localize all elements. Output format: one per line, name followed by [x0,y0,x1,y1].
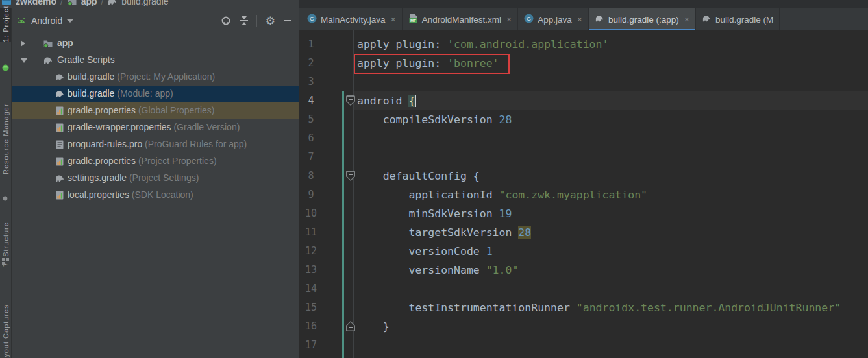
tree-item-label: build.gradle [68,88,114,99]
tree-item-label: gradle.properties [68,156,136,166]
fold-marker-end-icon[interactable] [346,321,355,331]
code-line[interactable]: 16 } [299,317,868,336]
stripe-button-resource-manager[interactable]: Resource Manager [0,76,11,174]
tab-build-gradle-app[interactable]: build.gradle (:app) × [589,8,696,30]
stripe-label-project: 1: Project [2,8,10,42]
expand-arrow-icon[interactable] [21,40,25,47]
gradle-icon [702,14,712,25]
code-line[interactable]: 15 testInstrumentationRunner "androidx.t… [299,298,868,317]
tree-row-gradle-scripts[interactable]: Gradle Scripts [12,52,299,69]
tab-label: build.gradle (M [715,15,773,25]
line-number: 4 [299,91,323,110]
code-line[interactable]: 13 versionName "1.0" [299,261,868,280]
tree-row-proguard-rules[interactable]: proguard-rules.pro (ProGuard Rules for a… [12,136,299,153]
manifest-icon: MF [408,14,418,25]
app-folder-icon [43,38,53,49]
tool-window-stripe: 1: Project Resource Manager 7: Structure… [0,8,12,358]
tree-row-gradle-wrapper[interactable]: gradle-wrapper.properties (Gradle Versio… [12,119,299,136]
code-line[interactable]: 8 defaultConfig { [299,167,868,185]
code-line[interactable]: 6 [299,129,868,148]
project-view-selector[interactable]: Android [16,14,73,28]
structure-icon[interactable] [2,193,8,204]
tab-label: MainActivity.java [321,15,386,25]
layout-captures-icon[interactable] [2,256,9,268]
tree-item-label: build.gradle [68,71,114,82]
tree-item-desc: (Project Settings) [129,173,199,183]
code-line[interactable]: 7 [299,148,868,167]
tree-item-desc: (Module: app) [117,88,173,99]
tree-item-label: settings.gradle [68,173,127,183]
hide-panel-icon[interactable] [284,20,291,21]
error-annotation-box [354,54,510,74]
line-number: 8 [299,167,323,185]
tree-row-settings-gradle[interactable]: settings.gradle (Project Settings) [12,170,299,187]
stripe-label-resource-manager: Resource Manager [2,76,10,174]
tab-androidmanifest[interactable]: MF AndroidManifest.xml × [403,8,519,30]
fold-marker-collapse-icon[interactable] [346,171,355,181]
code-line[interactable]: 5 compileSdkVersion 28 [299,110,868,129]
text-caret [415,95,416,107]
line-number: 17 [299,336,323,355]
properties-file-icon [55,106,65,116]
line-number: 15 [299,298,323,317]
code-area[interactable]: 1apply plugin: 'com.android.application'… [299,30,868,358]
gradle-icon [55,89,65,99]
text-file-icon [55,139,65,150]
gradle-icon [55,173,65,184]
stripe-label-layout-captures: Layout Captures [2,282,10,358]
code-line[interactable]: 12 versionCode 1 [299,242,868,261]
breadcrumb-bar: zwkdemo / app / build.gradle [0,0,868,8]
line-number: 6 [299,129,323,148]
tree-row-app[interactable]: app [12,35,299,52]
gear-icon[interactable]: ⚙ [266,15,275,27]
line-number: 12 [299,242,323,261]
tree-item-desc: (Gradle Version) [173,122,240,132]
line-number: 2 [299,54,323,73]
close-icon[interactable]: × [506,14,512,25]
chevron-down-icon [67,19,73,23]
tree-row-local-properties[interactable]: local.properties (SDK Location) [12,187,299,204]
tree-item-desc: (Project: My Application) [117,71,215,82]
tree-item-label: proguard-rules.pro [68,139,142,149]
line-number: 9 [299,185,323,204]
breadcrumb-item-app[interactable]: app [81,0,97,6]
tree-row-gradle-properties-project[interactable]: gradle.properties (Project Properties) [12,153,299,170]
resource-manager-icon[interactable] [2,62,9,74]
breadcrumb-separator: / [60,0,63,6]
code-line[interactable]: 1apply plugin: 'com.android.application' [299,35,868,54]
tree-row-build-gradle-project[interactable]: build.gradle (Project: My Application) [12,69,299,86]
svg-text:C: C [310,15,314,22]
tree-item-label: app [57,38,73,48]
tab-app-java[interactable]: C App.java × [518,8,589,30]
code-line[interactable]: 4android { [299,91,868,110]
close-icon[interactable]: × [391,14,396,25]
line-number: 14 [299,280,323,298]
breadcrumb-item-project[interactable]: zwkdemo [16,0,56,6]
fold-marker-collapse-icon[interactable] [346,95,355,106]
code-line[interactable]: 10 minSdkVersion 19 [299,204,868,223]
close-icon[interactable]: × [684,14,689,25]
tree-row-gradle-properties-global[interactable]: gradle.properties (Global Properties) [12,102,299,119]
close-icon[interactable]: × [577,14,582,25]
stripe-button-layout-captures[interactable]: Layout Captures [0,282,11,358]
tree-row-build-gradle-module[interactable]: build.gradle (Module: app) [12,86,299,102]
collapse-arrow-icon[interactable] [21,58,27,63]
project-panel-header: Android ⚙ [12,8,299,33]
code-line[interactable]: 14 [299,280,868,298]
stripe-button-project[interactable]: 1: Project [0,8,11,42]
code-line[interactable]: 17 [299,336,868,355]
code-line[interactable]: 9 applicationId "com.zwk.myapplication" [299,185,868,204]
code-line[interactable]: 3 [299,73,868,91]
tab-build-gradle-project[interactable]: build.gradle (M [696,8,780,30]
locate-file-icon[interactable] [220,15,232,27]
collapse-all-icon[interactable] [240,16,248,25]
tree-item-label: gradle-wrapper.properties [68,122,171,132]
code-line[interactable]: 11 targetSdkVersion 28 [299,223,868,242]
tree-item-label: gradle.properties [68,105,136,115]
breadcrumb-separator: / [101,0,104,6]
tab-mainactivity[interactable]: C MainActivity.java × [301,8,403,30]
properties-file-icon [55,156,65,167]
highlighted-value: 28 [518,226,531,239]
breadcrumb-item-file[interactable]: build.gradle [121,0,168,6]
line-number: 7 [299,148,323,167]
